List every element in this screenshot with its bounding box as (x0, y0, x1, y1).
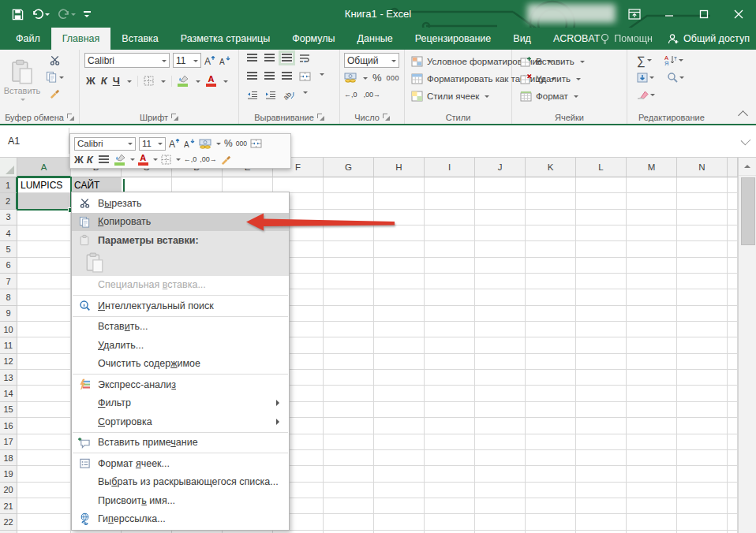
row-header-8[interactable]: 8 (0, 289, 17, 305)
row-header-19[interactable]: 19 (0, 466, 17, 482)
cell-I5[interactable] (425, 241, 475, 257)
menu-item-удалить[interactable]: Удалить... (72, 336, 289, 355)
cell-L3[interactable] (576, 210, 627, 226)
cell-M5[interactable] (627, 241, 677, 257)
row-header-20[interactable]: 20 (0, 483, 17, 498)
cell-I6[interactable] (425, 258, 475, 274)
cell-partial-3[interactable] (728, 210, 738, 226)
cell-A10[interactable] (17, 322, 71, 337)
cell-H7[interactable] (374, 274, 425, 289)
cell-J11[interactable] (475, 337, 526, 353)
cell-N11[interactable] (677, 337, 728, 353)
align-middle-icon[interactable] (264, 54, 275, 62)
font-dialog-launcher-icon[interactable] (171, 114, 178, 121)
menu-item-гиперссылка[interactable]: Гиперссылка... (72, 510, 289, 529)
decrease-indent-icon[interactable] (247, 90, 258, 100)
cell-L19[interactable] (576, 466, 627, 482)
row-header-3[interactable]: 3 (0, 210, 17, 226)
cell-A12[interactable] (17, 354, 71, 370)
cell-M14[interactable] (627, 386, 677, 401)
cell-A1[interactable]: LUMPICS (17, 177, 71, 193)
cell-K16[interactable] (526, 418, 576, 434)
cell-partial-11[interactable] (728, 337, 738, 353)
tab-файл[interactable]: Файл (5, 28, 51, 50)
row-header-7[interactable]: 7 (0, 274, 17, 289)
share-button[interactable]: Общий доступ (667, 33, 750, 44)
tell-me-help[interactable]: Помощн (600, 33, 653, 45)
delete-cells-button[interactable]: Удалить (520, 70, 627, 88)
cell-I17[interactable] (425, 434, 475, 450)
cell-M10[interactable] (627, 322, 677, 337)
cell-N13[interactable] (677, 370, 728, 386)
cell-H14[interactable] (374, 386, 425, 401)
underline-button[interactable]: Ч (113, 75, 120, 87)
row-header-10[interactable]: 10 (0, 322, 17, 337)
menu-item-фильтр[interactable]: Фильтр (72, 394, 289, 413)
cell-K11[interactable] (526, 337, 576, 353)
cell-I1[interactable] (425, 177, 475, 193)
wrap-text-icon[interactable] (299, 54, 310, 63)
cell-H9[interactable] (374, 306, 425, 322)
cell-M19[interactable] (627, 466, 677, 482)
cell-partial-8[interactable] (728, 289, 738, 305)
cell-G7[interactable] (324, 274, 374, 289)
align-center-icon[interactable] (264, 72, 275, 80)
cell-A22[interactable] (17, 514, 71, 530)
cell-I9[interactable] (425, 306, 475, 322)
cell-K15[interactable] (526, 402, 576, 418)
menu-item-копировать[interactable]: Копировать (72, 213, 289, 232)
cell-N14[interactable] (677, 386, 728, 401)
cell-N17[interactable] (677, 434, 728, 450)
cell-M18[interactable] (627, 450, 677, 466)
accounting-format-icon[interactable] (344, 73, 357, 83)
cell-L1[interactable] (576, 177, 627, 193)
mini-borders-icon[interactable] (161, 155, 171, 165)
cell-M9[interactable] (627, 306, 677, 322)
cell-N19[interactable] (677, 466, 728, 482)
cell-H13[interactable] (374, 370, 425, 386)
row-header-21[interactable]: 21 (0, 498, 17, 514)
cell-I4[interactable] (425, 226, 475, 241)
cell-I19[interactable] (425, 466, 475, 482)
autosum-button[interactable]: ∑ (637, 54, 652, 67)
cell-J1[interactable] (475, 177, 526, 193)
cell-I16[interactable] (425, 418, 475, 434)
cell-L8[interactable] (576, 289, 627, 305)
cell-I15[interactable] (425, 402, 475, 418)
cell-M4[interactable] (627, 226, 677, 241)
orientation-icon[interactable]: ab (283, 90, 294, 100)
cell-L22[interactable] (576, 514, 627, 530)
cell-L16[interactable] (576, 418, 627, 434)
mini-font-size-combo[interactable]: 11 (139, 137, 166, 151)
scrollbar-thumb[interactable] (741, 177, 755, 245)
cell-K9[interactable] (526, 306, 576, 322)
row-header-13[interactable]: 13 (0, 370, 17, 386)
cell-C23[interactable] (122, 531, 172, 533)
cell-M16[interactable] (627, 418, 677, 434)
insert-cells-button[interactable]: Вставить (520, 53, 627, 70)
cell-L2[interactable] (576, 193, 627, 209)
format-as-table-button[interactable]: Форматировать как таблицу (411, 70, 511, 88)
cell-K12[interactable] (526, 354, 576, 370)
ribbon-display-options-button[interactable] (617, 0, 652, 28)
cell-A2[interactable] (17, 193, 71, 209)
mini-align-icon[interactable] (99, 155, 109, 164)
cell-D23[interactable] (172, 531, 223, 533)
expand-formula-bar-icon[interactable] (741, 136, 751, 146)
cell-J5[interactable] (475, 241, 526, 257)
cell-partial-16[interactable] (728, 418, 738, 434)
cell-J21[interactable] (475, 498, 526, 514)
number-format-combo[interactable]: Общий (344, 53, 399, 68)
cell-J23[interactable] (475, 531, 526, 533)
cell-M15[interactable] (627, 402, 677, 418)
cell-J17[interactable] (475, 434, 526, 450)
cell-N16[interactable] (677, 418, 728, 434)
font-name-combo[interactable]: Calibri (84, 53, 170, 68)
cell-H21[interactable] (374, 498, 425, 514)
cell-A14[interactable] (17, 386, 71, 401)
increase-indent-icon[interactable] (265, 90, 276, 100)
close-button[interactable] (721, 0, 756, 28)
cell-J22[interactable] (475, 514, 526, 530)
cell-G16[interactable] (324, 418, 374, 434)
cell-L4[interactable] (576, 226, 627, 241)
